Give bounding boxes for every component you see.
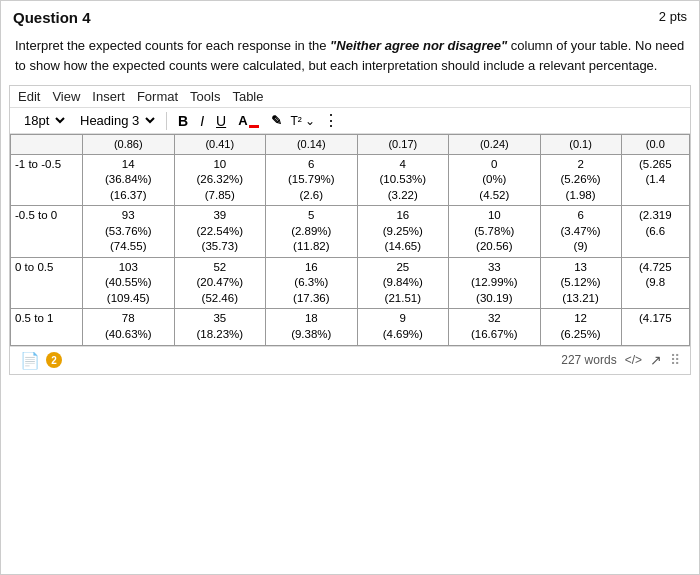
doc-icon: 📄: [20, 351, 40, 370]
cell-3-7: (4.725(9.8: [621, 257, 689, 309]
col-header-2: (0.41): [174, 135, 266, 155]
row-label-4: 0.5 to 1: [11, 309, 83, 345]
bold-button[interactable]: B: [175, 112, 191, 130]
font-color-button[interactable]: A: [235, 112, 261, 129]
menu-bar: Edit View Insert Format Tools Table: [10, 86, 690, 108]
header-bar: Question 4 2 pts: [1, 1, 699, 30]
table-row: -0.5 to 0 93(53.76%)(74.55) 39(22.54%)(3…: [11, 206, 690, 258]
font-size-select[interactable]: 18pt: [18, 111, 68, 130]
col-header-3: (0.14): [266, 135, 358, 155]
menu-edit[interactable]: Edit: [18, 89, 40, 104]
table-header-row: (0.86) (0.41) (0.14) (0.17) (0.24) (0.1)…: [11, 135, 690, 155]
row-label-1: -1 to -0.5: [11, 154, 83, 206]
col-header-1: (0.86): [83, 135, 175, 155]
cell-4-3: 18(9.38%): [266, 309, 358, 345]
italic-button[interactable]: I: [197, 112, 207, 130]
cell-2-5: 10(5.78%)(20.56): [449, 206, 541, 258]
cell-1-4: 4(10.53%)(3.22): [357, 154, 449, 206]
badge-circle: 2: [46, 352, 62, 368]
cell-2-6: 6(3.47%)(9): [540, 206, 621, 258]
bottom-left-icons: 📄 2: [20, 351, 62, 370]
highlight-button[interactable]: ✎: [268, 112, 285, 129]
more-button[interactable]: ⋮: [323, 111, 339, 130]
cell-2-2: 39(22.54%)(35.73): [174, 206, 266, 258]
cell-2-4: 16(9.25%)(14.65): [357, 206, 449, 258]
col-header-5: (0.24): [449, 135, 541, 155]
table-row: 0.5 to 1 78(40.63%) 35(18.23%) 18(9.38%)…: [11, 309, 690, 345]
menu-view[interactable]: View: [52, 89, 80, 104]
cell-3-5: 33(12.99%)(30.19): [449, 257, 541, 309]
data-table: (0.86) (0.41) (0.14) (0.17) (0.24) (0.1)…: [10, 134, 690, 346]
col-header-4: (0.17): [357, 135, 449, 155]
table-row: 0 to 0.5 103(40.55%)(109.45) 52(20.47%)(…: [11, 257, 690, 309]
cell-4-4: 9(4.69%): [357, 309, 449, 345]
cell-2-1: 93(53.76%)(74.55): [83, 206, 175, 258]
table-row: -1 to -0.5 14(36.84%)(16.37) 10(26.32%)(…: [11, 154, 690, 206]
col-header-0: [11, 135, 83, 155]
cell-3-3: 16(6.3%)(17.36): [266, 257, 358, 309]
table-container: (0.86) (0.41) (0.14) (0.17) (0.24) (0.1)…: [10, 134, 690, 346]
cell-2-7: (2.319(6.6: [621, 206, 689, 258]
expand-icon[interactable]: ↗: [650, 352, 662, 368]
heading-select[interactable]: Heading 3: [74, 111, 158, 130]
word-count: 227 words: [561, 353, 616, 367]
desc-bold: "Neither agree nor disagree": [330, 38, 507, 53]
menu-format[interactable]: Format: [137, 89, 178, 104]
question-title: Question 4: [13, 9, 91, 26]
cell-4-2: 35(18.23%): [174, 309, 266, 345]
menu-insert[interactable]: Insert: [92, 89, 125, 104]
toolbar-separator-1: [166, 112, 167, 130]
cell-4-6: 12(6.25%): [540, 309, 621, 345]
cell-4-5: 32(16.67%): [449, 309, 541, 345]
info-badge: 2: [46, 352, 62, 368]
cell-3-4: 25(9.84%)(21.51): [357, 257, 449, 309]
cell-1-1: 14(36.84%)(16.37): [83, 154, 175, 206]
pts-label: 2 pts: [659, 9, 687, 24]
cell-1-3: 6(15.79%)(2.6): [266, 154, 358, 206]
cell-3-6: 13(5.12%)(13.21): [540, 257, 621, 309]
menu-table[interactable]: Table: [232, 89, 263, 104]
cell-1-5: 0(0%)(4.52): [449, 154, 541, 206]
formula-button[interactable]: T² ⌄: [291, 114, 316, 128]
toolbar: 18pt Heading 3 B I U A ✎ T² ⌄ ⋮: [10, 108, 690, 134]
cell-4-7: (4.175: [621, 309, 689, 345]
col-header-6: (0.1): [540, 135, 621, 155]
cell-4-1: 78(40.63%): [83, 309, 175, 345]
cell-3-1: 103(40.55%)(109.45): [83, 257, 175, 309]
cell-3-2: 52(20.47%)(52.46): [174, 257, 266, 309]
drag-icon[interactable]: ⠿: [670, 352, 680, 368]
row-label-2: -0.5 to 0: [11, 206, 83, 258]
code-icon[interactable]: </>: [625, 353, 642, 367]
cell-1-2: 10(26.32%)(7.85): [174, 154, 266, 206]
bottom-bar: 📄 2 227 words </> ↗ ⠿: [10, 346, 690, 374]
desc-before: Interpret the expected counts for each r…: [15, 38, 330, 53]
row-label-3: 0 to 0.5: [11, 257, 83, 309]
description: Interpret the expected counts for each r…: [1, 30, 699, 85]
editor-area: Edit View Insert Format Tools Table 18pt…: [9, 85, 691, 375]
cell-2-3: 5(2.89%)(11.82): [266, 206, 358, 258]
col-header-7: (0.0: [621, 135, 689, 155]
cell-1-7: (5.265(1.4: [621, 154, 689, 206]
cell-1-6: 2(5.26%)(1.98): [540, 154, 621, 206]
underline-button[interactable]: U: [213, 112, 229, 130]
menu-tools[interactable]: Tools: [190, 89, 220, 104]
